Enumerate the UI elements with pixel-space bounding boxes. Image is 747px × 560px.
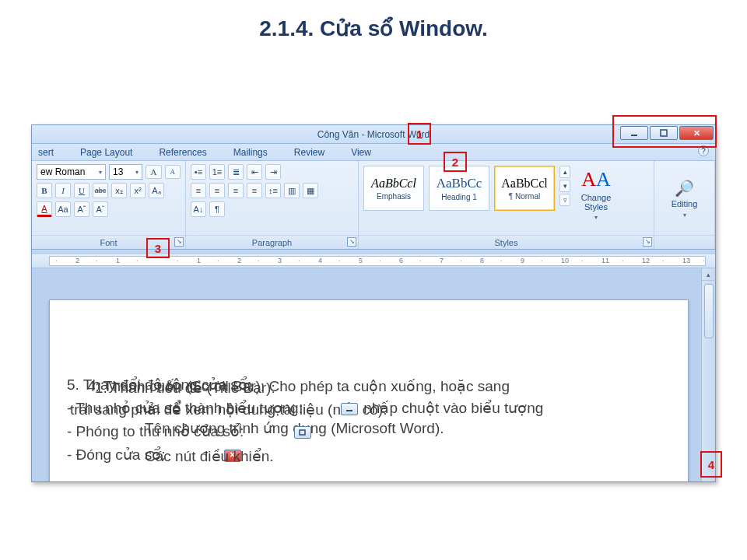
justify-button[interactable]: ≡: [247, 183, 262, 198]
group-styles-label: Styles ↘: [359, 235, 654, 249]
ruler-tick: 9: [521, 257, 524, 264]
style-normal[interactable]: AaBbCcl ¶ Normal: [494, 166, 555, 211]
change-case-button[interactable]: Aa: [55, 201, 71, 217]
style-heading1[interactable]: AaBbCc Heading 1: [429, 166, 489, 211]
align-left-button[interactable]: ≡: [191, 183, 206, 198]
chevron-down-icon: ▾: [594, 214, 598, 221]
ruler-tick: 1: [197, 257, 201, 264]
ruler-tick: ·: [460, 257, 462, 264]
tab-review[interactable]: Review: [291, 145, 328, 159]
change-styles-button[interactable]: AA Change Styles ▾: [575, 166, 617, 223]
grow-font-button[interactable]: A: [146, 165, 161, 179]
callout-1: 1: [408, 123, 431, 145]
callout-window-controls-box: [612, 115, 717, 148]
ruler-tick: ·: [581, 257, 584, 264]
overlay-l3: - Phóng to thu nhỏ cửa sổ:: [67, 420, 313, 443]
font-name-value: ew Roman: [40, 166, 85, 177]
style-emphasis[interactable]: AaBbCcl Emphasis: [363, 166, 424, 211]
chevron-down-icon: ▾: [683, 212, 686, 219]
group-editing-label: [654, 235, 714, 249]
ruler-tick: ·: [500, 257, 503, 264]
styles-scroll-up[interactable]: ▴: [559, 166, 570, 178]
font-dialog-launcher[interactable]: ↘: [174, 237, 184, 247]
char-shading-button[interactable]: Aˆ: [74, 201, 89, 217]
vertical-scrollbar[interactable]: ▴: [701, 268, 715, 482]
multilevel-button[interactable]: ≣: [228, 164, 244, 180]
borders-button[interactable]: ▦: [303, 183, 318, 198]
ruler-tick: 13: [682, 257, 690, 264]
bold-button[interactable]: B: [37, 183, 52, 198]
ruler-tick: 8: [480, 257, 484, 264]
horizontal-ruler: ·2·1··1·2·3·4·5·6·7·8·9·10·11·12·13·14·1…: [32, 254, 715, 268]
shading-button[interactable]: ▥: [284, 183, 300, 198]
ruler-tick: 10: [561, 257, 569, 264]
bullets-button[interactable]: •≡: [191, 164, 206, 180]
tab-references[interactable]: References: [156, 145, 209, 159]
ruler-tick: 6: [399, 257, 403, 264]
ruler-tick: ·: [379, 257, 381, 264]
tab-insert[interactable]: sert: [35, 145, 57, 159]
subscript-button[interactable]: x₂: [111, 183, 127, 198]
editing-button[interactable]: 🔎 Editing ▾: [665, 170, 704, 228]
styles-dialog-launcher[interactable]: ↘: [643, 237, 652, 247]
ruler-tick: 5: [359, 257, 363, 264]
group-font: ew Roman ▾ 13 ▾ A A B I U: [32, 161, 186, 249]
font-name-combo[interactable]: ew Roman ▾: [37, 164, 106, 180]
sort-button[interactable]: A↓: [191, 201, 206, 217]
callout-4: 4: [700, 451, 722, 478]
styles-more[interactable]: ▿: [559, 194, 570, 206]
svg-rect-2: [346, 410, 352, 411]
align-right-button[interactable]: ≡: [228, 183, 244, 198]
group-paragraph-label: Paragraph ↘: [186, 235, 358, 249]
italic-button[interactable]: I: [55, 183, 71, 198]
numbering-button[interactable]: 1≡: [209, 164, 225, 180]
ruler-tick: ·: [217, 257, 219, 264]
scroll-thumb[interactable]: [704, 284, 714, 338]
shrink-font-button[interactable]: A: [165, 165, 181, 179]
clear-formatting-button[interactable]: Aₐ: [149, 183, 164, 198]
callout-2: 2: [444, 152, 467, 172]
scroll-up-arrow[interactable]: ▴: [702, 268, 715, 281]
paragraph-dialog-launcher[interactable]: ↘: [347, 237, 356, 247]
ruler-tick: 3: [278, 257, 282, 264]
ruler-tick: ·: [136, 257, 139, 264]
ruler-tick: ·: [419, 257, 422, 264]
ruler-tick: ·: [96, 257, 98, 264]
ruler-tick: ·: [541, 257, 543, 264]
increase-indent-button[interactable]: ⇥: [265, 164, 281, 180]
font-size-value: 13: [113, 166, 123, 177]
inline-restore-icon: [294, 426, 311, 439]
ruler-tick: 4: [318, 257, 322, 264]
ribbon: ew Roman ▾ 13 ▾ A A B I U: [32, 161, 715, 250]
tab-view[interactable]: View: [348, 145, 374, 159]
ruler-tick: ·: [338, 257, 341, 264]
overlay-l5: Các nút điều khiển.: [145, 445, 274, 467]
ruler-tick: 2: [75, 257, 79, 264]
tab-mailings[interactable]: Mailings: [230, 145, 271, 159]
svg-rect-3: [300, 430, 305, 435]
ruler-tick: ·: [298, 257, 300, 264]
ruler-tick: 11: [601, 257, 609, 264]
align-center-button[interactable]: ≡: [209, 183, 225, 198]
tab-page-layout[interactable]: Page Layout: [77, 145, 135, 159]
strikethrough-button[interactable]: abc: [93, 183, 108, 198]
superscript-button[interactable]: x²: [130, 183, 146, 198]
font-size-combo[interactable]: 13 ▾: [109, 164, 142, 180]
char-border-button[interactable]: Aˇ: [93, 201, 108, 217]
font-color-button[interactable]: A: [37, 201, 52, 217]
line-spacing-button[interactable]: ↕≡: [265, 183, 281, 198]
underline-button[interactable]: U: [74, 183, 89, 198]
decrease-indent-button[interactable]: ⇤: [247, 164, 262, 180]
ruler-tick: 2: [237, 257, 241, 264]
change-styles-icon: AA: [581, 168, 611, 191]
show-marks-button[interactable]: ¶: [209, 201, 225, 217]
group-paragraph: •≡ 1≡ ≣ ⇤ ⇥ ≡ ≡ ≡ ≡ ↕≡ ▥ ▦: [186, 161, 359, 249]
group-editing: 🔎 Editing ▾: [654, 161, 715, 249]
chevron-down-icon: ▾: [99, 169, 102, 176]
ruler-tick: 1: [116, 257, 120, 264]
styles-scroll-down[interactable]: ▾: [559, 180, 570, 192]
ruler-tick: ·: [703, 257, 705, 264]
ruler-tick: 12: [642, 257, 650, 264]
callout-3: 3: [146, 238, 170, 258]
chevron-down-icon: ▾: [135, 169, 139, 176]
